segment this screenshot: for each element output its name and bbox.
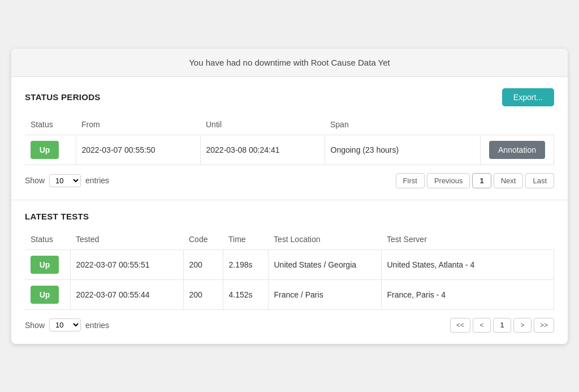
lt-time-cell: 4.152s [223,279,268,309]
top-banner: You have had no downtime with Root Cause… [11,49,568,77]
status-periods-section: STATUS PERIODS Export... Status From Unt… [11,77,568,200]
sp-span-cell: Ongoing (23 hours) [325,135,481,165]
lt-col-status-header: Status [25,231,70,250]
annotation-button[interactable]: Annotation [489,141,545,159]
lt-prev-button[interactable]: < [473,318,491,333]
col-span-header: Span [325,117,481,135]
lt-col-code-header: Code [183,231,223,250]
lt-col-location-header: Test Location [268,231,381,250]
main-container: You have had no downtime with Root Cause… [11,49,568,344]
show-label-lt: Show [25,321,45,330]
lt-tested-cell: 2022-03-07 00:55:44 [70,279,183,309]
previous-button[interactable]: Previous [427,173,470,188]
entries-label-lt: entries [85,321,109,330]
entries-select-lt[interactable]: 10 25 50 100 [49,318,81,331]
latest-tests-pagination: Show 10 25 50 100 entries << < 1 > >> [25,318,554,333]
export-button[interactable]: Export... [502,88,554,106]
lt-next-button[interactable]: > [513,318,532,333]
status-periods-pagination: Show 10 25 50 100 entries First Previous… [25,173,554,188]
entries-label-sp: entries [85,176,109,185]
next-button[interactable]: Next [494,173,524,188]
top-banner-text: You have had no downtime with Root Cause… [189,58,390,67]
latest-tests-section: LATEST TESTS Status Tested Code Time Tes… [11,200,568,344]
show-entries-sp: Show 10 25 50 100 entries [25,174,109,187]
status-badge: Up [31,286,59,304]
lt-status-cell: Up [25,249,70,279]
col-from-header: From [76,117,200,135]
latest-tests-table: Status Tested Code Time Test Location Te… [25,231,554,310]
lt-first-button[interactable]: << [450,318,470,333]
lt-col-server-header: Test Server [381,231,554,250]
entries-select-sp[interactable]: 10 25 50 100 [49,174,81,187]
first-button[interactable]: First [396,173,425,188]
lt-last-button[interactable]: >> [534,318,554,333]
sp-status-cell: Up [25,135,76,165]
page-1-button[interactable]: 1 [472,173,491,188]
show-label-sp: Show [25,176,45,185]
lt-page-buttons: << < 1 > >> [450,318,554,333]
last-button[interactable]: Last [525,173,554,188]
col-until-header: Until [200,117,325,135]
lt-tested-cell: 2022-03-07 00:55:51 [70,249,183,279]
status-periods-title: STATUS PERIODS [25,92,101,102]
table-row: Up 2022-03-07 00:55:51 200 2.198s United… [25,249,554,279]
lt-code-cell: 200 [183,249,223,279]
lt-location-cell: United States / Georgia [268,249,381,279]
status-periods-header: STATUS PERIODS Export... [25,88,554,106]
lt-location-cell: France / Paris [268,279,381,309]
lt-status-cell: Up [25,279,70,309]
lt-server-cell: France, Paris - 4 [381,279,554,309]
status-periods-table: Status From Until Span Up 2022-03-07 00:… [25,117,554,165]
table-row: Up 2022-03-07 00:55:50 2022-03-08 00:24:… [25,135,554,165]
lt-page-1-button[interactable]: 1 [493,318,511,333]
show-entries-lt: Show 10 25 50 100 entries [25,318,109,331]
lt-time-cell: 2.198s [223,249,268,279]
status-badge: Up [31,141,59,159]
status-badge: Up [31,256,59,274]
latest-tests-title: LATEST TESTS [25,212,554,221]
lt-server-cell: United States, Atlanta - 4 [381,249,554,279]
table-row: Up 2022-03-07 00:55:44 200 4.152s France… [25,279,554,309]
sp-until-cell: 2022-03-08 00:24:41 [200,135,325,165]
lt-col-tested-header: Tested [70,231,183,250]
sp-from-cell: 2022-03-07 00:55:50 [76,135,200,165]
sp-action-cell: Annotation [481,135,554,165]
lt-code-cell: 200 [183,279,223,309]
col-status-header: Status [25,117,76,135]
sp-page-buttons: First Previous 1 Next Last [396,173,554,188]
col-action-header [481,117,554,135]
lt-col-time-header: Time [223,231,268,250]
